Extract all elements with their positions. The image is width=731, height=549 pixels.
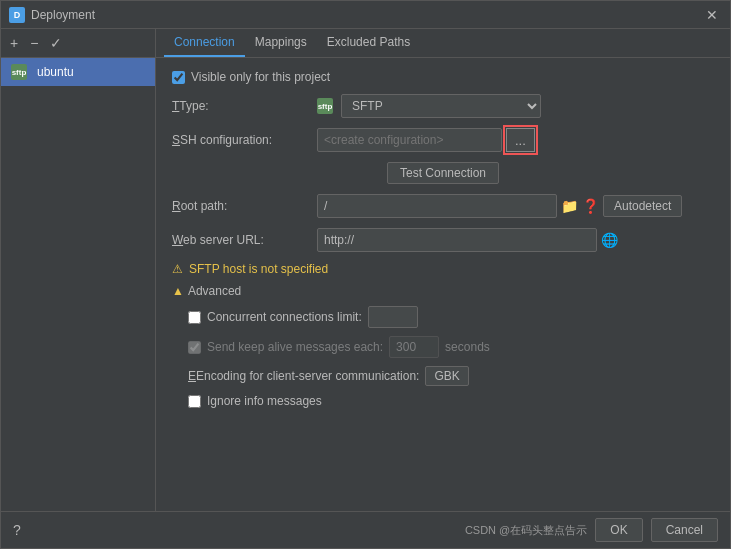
keepalive-checkbox[interactable]	[188, 341, 201, 354]
web-url-control: 🌐	[317, 228, 714, 252]
window-controls: ✕	[702, 7, 722, 23]
tab-connection[interactable]: Connection	[164, 29, 245, 57]
ssh-label: SSH configuration:	[172, 133, 317, 147]
sidebar-item-label: ubuntu	[37, 65, 74, 79]
root-path-control: 📁 ❓ Autodetect	[317, 194, 714, 218]
watermark: CSDN @在码头整点告示	[465, 523, 587, 538]
content-area: Connection Mappings Excluded Paths Visib…	[156, 29, 730, 511]
ok-button[interactable]: OK	[595, 518, 642, 542]
autodetect-button[interactable]: Autodetect	[603, 195, 682, 217]
dialog-title: Deployment	[31, 8, 702, 22]
close-button[interactable]: ✕	[702, 7, 722, 23]
web-url-row: Web server URL: 🌐	[172, 228, 714, 252]
visible-only-checkbox[interactable]	[172, 71, 185, 84]
cancel-button[interactable]: Cancel	[651, 518, 718, 542]
add-button[interactable]: +	[5, 33, 23, 53]
test-connection-button[interactable]: Test Connection	[387, 162, 499, 184]
type-label: TType:	[172, 99, 317, 113]
type-control: sftp SFTP FTP FTPS Local or mounted fold…	[317, 94, 714, 118]
encoding-button[interactable]: GBK	[425, 366, 468, 386]
warning-row: ⚠ SFTP host is not specified	[172, 262, 714, 276]
folder-icon[interactable]: 📁	[561, 198, 578, 214]
title-bar: D Deployment ✕	[1, 1, 730, 29]
type-row: TType: sftp SFTP FTP FTPS Local or mount…	[172, 94, 714, 118]
keepalive-input[interactable]	[389, 336, 439, 358]
warning-text: SFTP host is not specified	[189, 262, 328, 276]
ssh-config-input[interactable]	[317, 128, 502, 152]
main-area: + − ✓ sftp ubuntu Connection Mappings Ex…	[1, 29, 730, 511]
web-url-label: Web server URL:	[172, 233, 317, 247]
ignore-info-row: Ignore info messages	[188, 394, 714, 408]
ssh-control: ...	[317, 128, 714, 152]
concurrent-label: Concurrent connections limit:	[207, 310, 362, 324]
type-sftp-icon: sftp	[317, 98, 333, 114]
root-path-input[interactable]	[317, 194, 557, 218]
test-connection-row: Test Connection	[172, 162, 714, 184]
type-select[interactable]: SFTP FTP FTPS Local or mounted folder	[341, 94, 541, 118]
sftp-icon: sftp	[11, 64, 27, 80]
tab-bar: Connection Mappings Excluded Paths	[156, 29, 730, 58]
deployment-dialog: D Deployment ✕ + − ✓ sftp ubuntu Connect…	[0, 0, 731, 549]
help-icon[interactable]: ❓	[582, 198, 599, 214]
concurrent-input[interactable]	[368, 306, 418, 328]
seconds-label: seconds	[445, 340, 490, 354]
advanced-content: Concurrent connections limit: Send keep …	[172, 306, 714, 408]
advanced-header[interactable]: ▲ Advanced	[172, 284, 714, 298]
keepalive-label: Send keep alive messages each:	[207, 340, 383, 354]
ignore-info-checkbox[interactable]	[188, 395, 201, 408]
web-url-input[interactable]	[317, 228, 597, 252]
dots-button[interactable]: ...	[506, 128, 535, 152]
footer: ? CSDN @在码头整点告示 OK Cancel	[1, 511, 730, 548]
concurrent-checkbox[interactable]	[188, 311, 201, 324]
form-area: Visible only for this project TType: sft…	[156, 58, 730, 511]
tab-mappings[interactable]: Mappings	[245, 29, 317, 57]
root-path-label: Root path:	[172, 199, 317, 213]
concurrent-row: Concurrent connections limit:	[188, 306, 714, 328]
advanced-section: ▲ Advanced Concurrent connections limit:	[172, 284, 714, 408]
encoding-label: EEncoding for client-server communicatio…	[188, 369, 419, 383]
remove-button[interactable]: −	[25, 33, 43, 53]
sidebar-toolbar: + − ✓	[1, 29, 155, 58]
visible-only-label: Visible only for this project	[191, 70, 330, 84]
globe-icon: 🌐	[601, 232, 618, 248]
warning-icon: ⚠	[172, 262, 183, 276]
app-icon: D	[9, 7, 25, 23]
ignore-info-label: Ignore info messages	[207, 394, 322, 408]
advanced-label: Advanced	[188, 284, 241, 298]
tab-excluded-paths[interactable]: Excluded Paths	[317, 29, 420, 57]
advanced-triangle-icon: ▲	[172, 284, 184, 298]
help-footer-icon[interactable]: ?	[13, 522, 21, 538]
check-button[interactable]: ✓	[45, 33, 67, 53]
encoding-row: EEncoding for client-server communicatio…	[188, 366, 714, 386]
sidebar-item-ubuntu[interactable]: sftp ubuntu	[1, 58, 155, 86]
visible-only-row: Visible only for this project	[172, 70, 714, 84]
root-path-row: Root path: 📁 ❓ Autodetect	[172, 194, 714, 218]
ssh-config-row: SSH configuration: ...	[172, 128, 714, 152]
sidebar: + − ✓ sftp ubuntu	[1, 29, 156, 511]
keepalive-row: Send keep alive messages each: seconds	[188, 336, 714, 358]
